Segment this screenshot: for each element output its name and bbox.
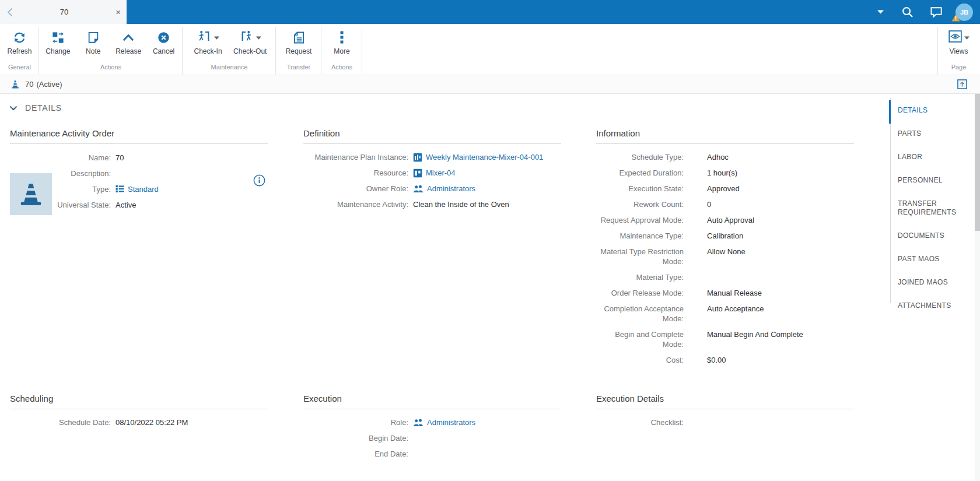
field-label: Schedule Date:	[10, 417, 111, 427]
more-button[interactable]: More	[326, 29, 358, 55]
toolbar-button-label: Request	[286, 47, 312, 55]
tab-strip: 70 ×	[0, 0, 127, 24]
chevron-down-icon	[214, 33, 219, 41]
search-icon[interactable]	[901, 6, 914, 18]
toolbar-group-general: Refresh General	[0, 24, 39, 75]
field-resource: Resource: Mixer-04	[303, 168, 561, 178]
field-label: Resource:	[303, 168, 408, 178]
toolbar-button-label: Refresh	[7, 47, 32, 55]
panel-scheduling: Scheduling Schedule Date: 08/10/2022 05:…	[10, 394, 268, 433]
field-label: Maintenance Type:	[596, 231, 684, 241]
field-label: End Date:	[303, 449, 408, 459]
check-out-button[interactable]: Check-Out	[233, 29, 267, 55]
panel-definition: Definition Maintenance Plan Instance: We…	[303, 128, 561, 215]
owner-role-link[interactable]: Administrators	[427, 184, 475, 194]
field-value: Manual Begin And Complete	[707, 329, 803, 339]
views-eye-icon	[949, 30, 962, 44]
toolbar-group-label: Transfer	[276, 64, 321, 75]
field-value: 08/10/2022 05:22 PM	[116, 417, 188, 427]
panel-information: Information Schedule Type: Adhoc Expecte…	[596, 128, 854, 371]
toolbar-group-label: Actions	[321, 64, 362, 75]
change-icon	[51, 29, 65, 45]
field-label: Material Type:	[596, 272, 684, 282]
toolbar-group-more-actions: More Actions	[321, 24, 362, 75]
toolbar-group-transfer: Request Transfer	[276, 24, 321, 75]
field-role: Role: Administrators	[303, 417, 561, 427]
resource-icon	[413, 168, 422, 178]
field-label: Material Type Restriction Mode:	[596, 247, 684, 266]
avatar[interactable]: JB	[956, 3, 973, 21]
check-in-icon	[197, 30, 212, 45]
field-value: Adhoc	[707, 152, 729, 162]
field-value: Manual Release	[707, 288, 762, 298]
field-expected-duration: Expected Duration: 1 hour(s)	[596, 168, 854, 178]
nav-item-parts[interactable]: PARTS	[898, 129, 962, 138]
info-icon[interactable]	[253, 174, 265, 187]
avatar-initials: JB	[960, 9, 968, 16]
tab-close-icon[interactable]: ×	[116, 8, 121, 16]
nav-item-personnel[interactable]: PERSONNEL	[898, 176, 962, 185]
cancel-button[interactable]: Cancel	[148, 29, 180, 55]
toolbar-button-label: Check-In	[194, 47, 222, 55]
panel-execution-details: Execution Details Checklist:	[596, 394, 854, 433]
refresh-icon	[13, 29, 26, 45]
ribbon-toolbar: Refresh General Change Note	[0, 24, 980, 75]
field-label: Request Approval Mode:	[596, 215, 684, 225]
nav-item-attachments[interactable]: ATTACHMENTS	[898, 301, 962, 310]
field-label: Order Release Mode:	[596, 288, 684, 298]
field-label: Maintenance Plan Instance:	[303, 152, 408, 162]
more-icon	[340, 29, 344, 45]
toolbar-button-label: More	[334, 47, 349, 55]
field-label: Checklist:	[596, 417, 684, 427]
nav-item-transfer-requirements[interactable]: TRANSFER REQUIREMENTS	[898, 199, 962, 217]
field-label: Begin Date:	[303, 433, 408, 443]
toolbar-button-label: Change	[46, 47, 70, 55]
nav-item-details[interactable]: DETAILS	[898, 106, 962, 115]
chat-icon[interactable]	[930, 6, 943, 18]
request-button[interactable]: Request	[282, 29, 315, 55]
nav-item-past-maos[interactable]: PAST MAOS	[898, 255, 962, 264]
cancel-icon	[157, 29, 170, 45]
note-button[interactable]: Note	[77, 29, 110, 55]
note-icon	[87, 29, 100, 45]
field-begin-and-complete-mode: Begin and Complete Mode: Manual Begin An…	[596, 329, 854, 349]
field-request-approval-mode: Request Approval Mode: Auto Approval	[596, 215, 854, 225]
field-label: Owner Role:	[303, 184, 408, 194]
field-label: Rework Count:	[596, 199, 684, 209]
nav-item-labor[interactable]: LABOR	[898, 153, 962, 161]
refresh-button[interactable]: Refresh	[4, 29, 36, 55]
toolbar-button-label: Note	[86, 47, 100, 55]
field-label: Begin and Complete Mode:	[596, 329, 684, 349]
nav-item-documents[interactable]: DOCUMENTS	[898, 231, 962, 240]
details-section-title: DETAILS	[25, 103, 62, 113]
vertical-scrollbar[interactable]	[975, 94, 980, 481]
type-link[interactable]: Standard	[128, 184, 159, 194]
field-owner-role: Owner Role: Administrators	[303, 184, 561, 194]
field-value: Approved	[707, 184, 740, 194]
release-button[interactable]: Release	[112, 29, 145, 55]
check-in-button[interactable]: Check-In	[192, 29, 225, 55]
expand-panel-icon[interactable]	[957, 79, 967, 89]
field-label: Cost:	[596, 355, 684, 365]
details-section-toggle[interactable]: DETAILS	[9, 103, 62, 113]
execution-role-link[interactable]: Administrators	[427, 417, 475, 427]
scrollbar-thumb[interactable]	[975, 94, 980, 231]
role-icon	[413, 184, 424, 193]
field-label: Execution State:	[596, 184, 684, 194]
field-label: Name:	[10, 153, 111, 163]
field-value: Allow None	[707, 247, 746, 257]
tab-title[interactable]: 70	[35, 8, 93, 16]
field-begin-date: Begin Date:	[303, 433, 561, 443]
back-chevron-icon[interactable]	[0, 0, 20, 24]
maintenance-order-cone-icon	[10, 80, 20, 89]
field-name: Name: 70	[10, 153, 268, 163]
field-execution-state: Execution State: Approved	[596, 184, 854, 194]
tab-list-chevron-down-icon[interactable]	[877, 10, 884, 14]
views-button[interactable]: Views	[943, 29, 975, 55]
toolbar-group-label: Maintenance	[183, 64, 276, 75]
change-button[interactable]: Change	[41, 29, 74, 55]
resource-link[interactable]: Mixer-04	[426, 168, 456, 178]
maintenance-plan-instance-link[interactable]: Weekly Maintenance-Mixer-04-001	[426, 152, 543, 162]
field-value: 0	[707, 199, 711, 209]
nav-item-joined-maos[interactable]: JOINED MAOS	[898, 278, 962, 287]
